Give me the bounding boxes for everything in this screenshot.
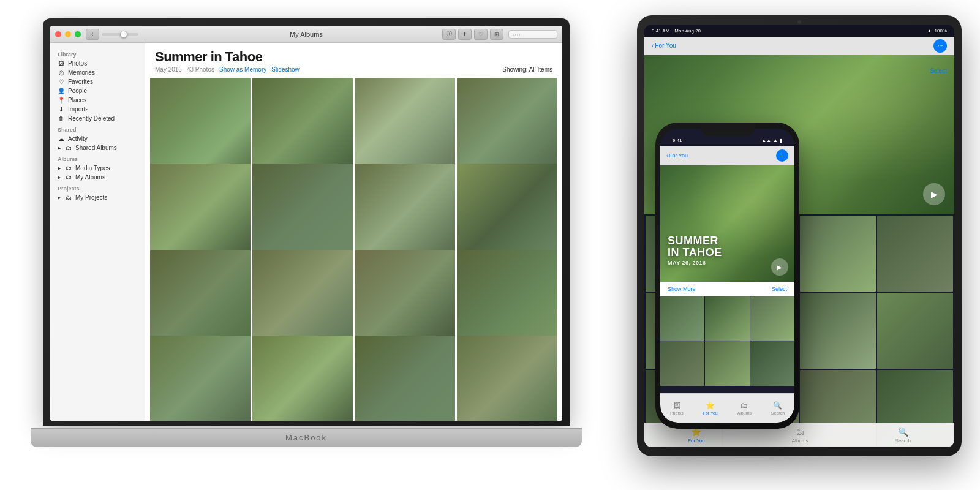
album-date: May 2016 <box>155 66 182 73</box>
ipad-photo-4[interactable] <box>877 216 953 292</box>
sidebar-item-my-albums-label: My Albums <box>75 174 105 181</box>
iphone-show-more-bar: Show More Select <box>660 282 794 296</box>
iphone-memory-card[interactable]: SUMMERIN TAHOE MAY 26, 2016 ▶ <box>660 165 794 282</box>
sidebar-item-imports-label: Imports <box>68 106 88 113</box>
show-as-memory-link[interactable]: Show as Memory <box>219 66 266 73</box>
iphone-photo-5[interactable] <box>705 341 749 385</box>
iphone-photo-3[interactable] <box>750 296 794 341</box>
sidebar-item-recently-deleted[interactable]: 🗑 Recently Deleted <box>50 114 145 123</box>
photo-cell-13[interactable] <box>150 336 251 421</box>
zoom-slider-thumb[interactable] <box>120 31 127 38</box>
ipad-time: 9:41 AM <box>652 28 669 34</box>
iphone-tab-for-you[interactable]: ⭐ For You <box>703 401 718 415</box>
macbook-brand-label: MacBook <box>285 433 327 442</box>
search-placeholder: ⌕ <box>517 31 520 37</box>
album-meta: May 2016 43 Photos Show as Memory Slides… <box>155 66 552 73</box>
iphone-memory-date: MAY 26, 2016 <box>668 260 722 266</box>
sidebar-item-shared-albums-label: Shared Albums <box>75 145 117 151</box>
photo-cell-14[interactable] <box>252 336 353 421</box>
iphone-wifi-icon: ▲ <box>773 138 778 143</box>
iphone-albums-icon: 🗂 <box>741 401 748 410</box>
iphone-for-you-icon: ⭐ <box>706 401 715 410</box>
maximize-button[interactable] <box>75 31 81 37</box>
ipad-more-icon: ··· <box>938 42 943 49</box>
sidebar-item-photos[interactable]: 🖼 Photos <box>50 59 145 68</box>
ipad-back-button[interactable]: ‹ For You <box>652 42 676 49</box>
sidebar-item-activity[interactable]: ☁ Activity <box>50 134 145 143</box>
sidebar-item-my-projects[interactable]: ▶ 🗂 My Projects <box>50 193 145 202</box>
iphone-tab-bar: 🖼 Photos ⭐ For You 🗂 Albums 🔍 Search <box>660 393 794 423</box>
sidebar-item-shared-albums[interactable]: ▶ 🗂 Shared Albums <box>50 143 145 153</box>
ipad-photo-8[interactable] <box>877 293 953 369</box>
sidebar-item-places[interactable]: 📍 Places <box>50 96 145 105</box>
sidebar-section-albums: Albums <box>50 153 145 164</box>
photo-cell-16[interactable] <box>457 336 557 421</box>
ipad-photo-3[interactable] <box>800 216 876 292</box>
minimize-button[interactable] <box>65 31 71 37</box>
macbook: ‹ My Albums ⓘ ⬆ ♡ ⊞ <box>31 18 582 447</box>
main-content: Summer in Tahoe May 2016 43 Photos Show … <box>145 43 562 421</box>
close-button[interactable] <box>55 31 61 37</box>
photo-cell-15[interactable] <box>355 336 455 421</box>
search-magnifier: ⌕ <box>513 31 516 37</box>
ipad-more-button[interactable]: ··· <box>933 39 947 53</box>
iphone-photo-1[interactable] <box>660 296 704 341</box>
slideshow-link[interactable]: Slideshow <box>271 66 300 73</box>
sidebar-item-people-label: People <box>68 88 87 94</box>
ipad-date: Mon Aug 20 <box>674 28 701 34</box>
iphone-play-button[interactable]: ▶ <box>771 258 788 276</box>
grid-icon[interactable]: ⊞ <box>490 29 503 40</box>
showing-label[interactable]: Showing: All Items <box>502 66 552 73</box>
iphone-more-icon: ··· <box>780 153 785 159</box>
ipad-tab-albums[interactable]: 🗂 Albums <box>792 427 809 443</box>
iphone-photo-4[interactable] <box>660 341 704 385</box>
iphone-photos-icon: 🖼 <box>673 401 680 410</box>
search-box[interactable]: ⌕ ⌕ <box>508 30 557 39</box>
iphone-show-more-button[interactable]: Show More <box>668 286 696 292</box>
ipad-tab-for-you[interactable]: ⭐ For You <box>688 427 705 443</box>
my-projects-triangle: ▶ <box>58 195 61 200</box>
triangle-icon: ▶ <box>58 146 61 151</box>
iphone-photo-2[interactable] <box>705 296 749 341</box>
sidebar-item-media-types[interactable]: ▶ 🗂 Media Types <box>50 164 145 173</box>
media-types-icon: 🗂 <box>65 165 72 172</box>
sidebar-item-imports[interactable]: ⬇ Imports <box>50 105 145 114</box>
activity-icon: ☁ <box>58 135 65 142</box>
iphone-tab-photos[interactable]: 🖼 Photos <box>670 401 684 415</box>
ipad-select-button[interactable]: Select <box>930 67 947 74</box>
iphone-notch <box>700 123 755 136</box>
ipad-tab-for-you-label: For You <box>688 438 705 443</box>
iphone-back-button[interactable]: ‹ For You <box>666 153 688 159</box>
ipad-play-button[interactable]: ▶ <box>923 183 945 205</box>
iphone-tab-photos-label: Photos <box>670 411 684 415</box>
sidebar-item-recently-deleted-label: Recently Deleted <box>68 115 115 122</box>
heart-icon[interactable]: ♡ <box>474 29 488 40</box>
app-content: Library 🖼 Photos ◎ Memories ♡ <box>50 43 562 421</box>
sidebar-item-memories[interactable]: ◎ Memories <box>50 68 145 77</box>
favorites-icon: ♡ <box>58 78 65 85</box>
back-arrow[interactable]: ‹ <box>86 29 99 40</box>
media-types-triangle: ▶ <box>58 166 61 171</box>
imports-icon: ⬇ <box>58 106 65 113</box>
iphone-more-button[interactable]: ··· <box>776 149 788 162</box>
traffic-lights <box>55 31 81 37</box>
photo-grid <box>145 77 562 421</box>
ipad-photo-7[interactable] <box>800 293 876 369</box>
iphone-select-button[interactable]: Select <box>772 286 787 292</box>
iphone-tab-albums[interactable]: 🗂 Albums <box>737 401 752 415</box>
iphone-photo-6[interactable] <box>750 341 794 385</box>
sidebar-item-my-albums[interactable]: ▶ 🗂 My Albums <box>50 173 145 182</box>
iphone-nav-bar: ‹ For You ··· <box>660 146 794 165</box>
sidebar-item-photos-label: Photos <box>68 60 87 67</box>
ipad-wifi-icon: ▲ <box>927 28 932 34</box>
sidebar-item-people[interactable]: 👤 People <box>50 86 145 96</box>
zoom-slider[interactable] <box>102 33 138 36</box>
sidebar-item-favorites[interactable]: ♡ Favorites <box>50 77 145 86</box>
ipad-tab-search[interactable]: 🔍 Search <box>895 427 911 443</box>
share-icon[interactable]: ⬆ <box>458 29 472 40</box>
ipad-camera <box>797 20 801 24</box>
iphone-screen: 9:41 ▲▲ ▲ ▮ ‹ For You ··· <box>660 129 794 423</box>
info-icon[interactable]: ⓘ <box>442 29 456 40</box>
iphone-tab-search[interactable]: 🔍 Search <box>771 401 785 415</box>
iphone-photo-grid <box>660 296 794 386</box>
